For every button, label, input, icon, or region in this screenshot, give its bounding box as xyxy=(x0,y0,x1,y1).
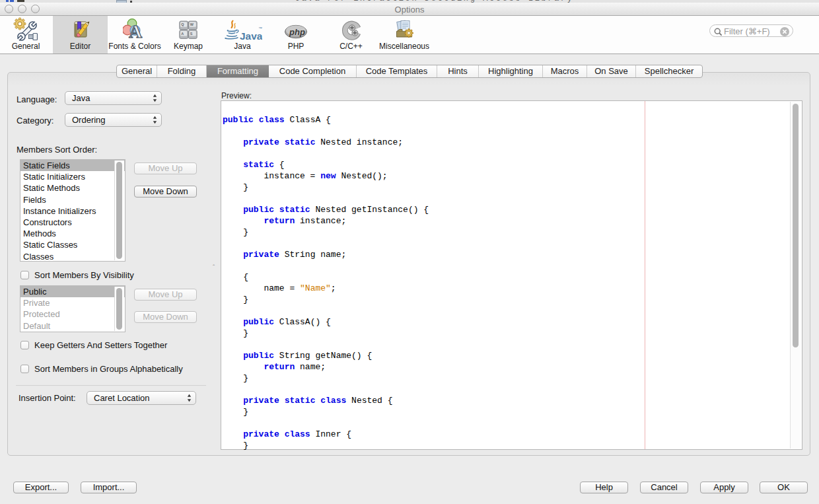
svg-text:™: ™ xyxy=(258,26,262,30)
svg-text:A: A xyxy=(129,21,143,41)
svg-text:S: S xyxy=(190,32,193,36)
svg-text:Q: Q xyxy=(181,22,184,26)
svg-text:Java: Java xyxy=(240,30,262,42)
svg-text:php: php xyxy=(289,27,305,37)
svg-text:W: W xyxy=(190,22,194,26)
svg-text:A: A xyxy=(181,32,184,36)
